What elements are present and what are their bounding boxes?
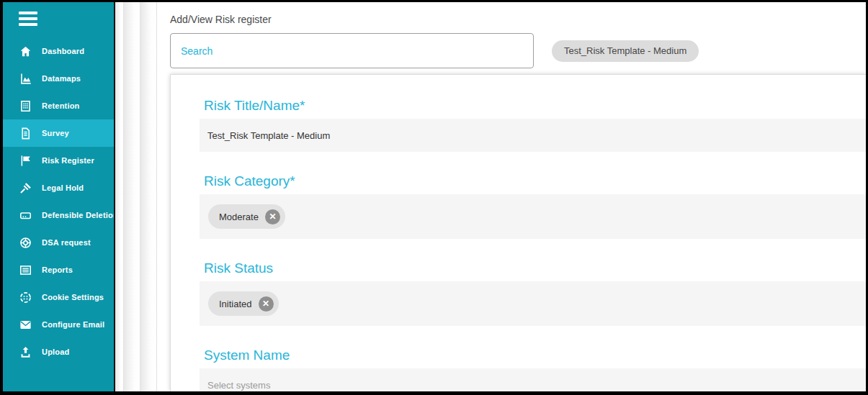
selected-template-chip[interactable]: Test_Risk Template - Medium (552, 40, 699, 62)
search-box (170, 33, 534, 68)
risk-form-card: Risk Title/Name* Test_Risk Template - Me… (170, 74, 866, 391)
field-risk-category[interactable]: Moderate ✕ (200, 194, 866, 239)
cookie-icon (19, 291, 32, 304)
sidebar-nav: Dashboard Datamaps Retention Survey Risk… (3, 37, 114, 366)
sidebar-item-label: Defensible Deletion (42, 211, 118, 219)
chip-remove-icon[interactable]: ✕ (265, 209, 280, 224)
panel-groove (115, 2, 124, 391)
sidebar-item-label: Retention (42, 101, 80, 110)
menu-toggle-icon[interactable] (3, 2, 114, 29)
form-section-risk-title-name: Risk Title/Name* Test_Risk Template - Me… (200, 98, 866, 152)
sidebar-item-legal-hold[interactable]: Legal Hold (3, 174, 114, 201)
sidebar-item-label: Configure Email (42, 320, 104, 329)
app-window: Dashboard Datamaps Retention Survey Risk… (3, 2, 866, 391)
field-label: Risk Status (204, 260, 866, 276)
sidebar-item-label: Datamaps (42, 74, 81, 83)
sidebar-item-datamaps[interactable]: Datamaps (3, 65, 114, 92)
sidebar-item-defensible-deletion[interactable]: Defensible Deletion (3, 201, 114, 229)
field-risk-title-name[interactable]: Test_Risk Template - Medium (200, 119, 866, 152)
form-section-system-name: System Name Select systems (200, 348, 866, 391)
sidebar-item-label: Legal Hold (42, 183, 84, 192)
sidebar-item-cookie-settings[interactable]: Cookie Settings (3, 283, 114, 311)
sidebar-item-dsa-request[interactable]: DSA request (3, 229, 114, 256)
envelope-icon (19, 318, 32, 332)
flag-icon (19, 154, 32, 168)
document-icon (19, 127, 32, 140)
search-input[interactable] (171, 34, 533, 68)
field-risk-status[interactable]: Initiated ✕ (200, 281, 866, 326)
form-section-risk-category: Risk Category* Moderate ✕ (200, 173, 866, 239)
chip-remove-icon[interactable]: ✕ (259, 296, 274, 312)
chip-label: Initiated (219, 299, 252, 309)
sidebar-item-label: Survey (42, 129, 69, 137)
sidebar-item-dashboard[interactable]: Dashboard (3, 37, 114, 65)
panel-groove (140, 2, 157, 391)
form-section-risk-status: Risk Status Initiated ✕ (200, 260, 866, 326)
panel-grooves (115, 2, 157, 391)
sidebar-item-reports[interactable]: Reports (3, 256, 114, 283)
sidebar-item-configure-email[interactable]: Configure Email (3, 311, 114, 338)
sidebar-item-label: Upload (42, 348, 69, 356)
field-system-name[interactable]: Select systems (200, 368, 866, 391)
reports-icon (19, 263, 32, 277)
upload-icon (19, 345, 32, 359)
sidebar-item-retention[interactable]: Retention (3, 92, 114, 119)
sidebar: Dashboard Datamaps Retention Survey Risk… (3, 2, 114, 391)
sidebar-item-survey[interactable]: Survey (3, 119, 114, 147)
building-icon (19, 99, 32, 113)
value-chip: Initiated ✕ (208, 291, 279, 316)
sidebar-item-label: Risk Register (42, 156, 94, 165)
field-label: Risk Title/Name* (204, 98, 866, 114)
field-value: Test_Risk Template - Medium (200, 130, 330, 141)
search-row: Test_Risk Template - Medium (170, 33, 866, 68)
sidebar-item-upload[interactable]: Upload (3, 338, 114, 366)
drive-icon (19, 209, 32, 222)
area-chart-icon (19, 72, 32, 86)
gavel-icon (19, 181, 32, 195)
sidebar-item-label: Reports (42, 265, 73, 274)
sidebar-item-label: Cookie Settings (42, 293, 104, 301)
main-content: Add/View Risk register Test_Risk Templat… (157, 2, 866, 391)
sidebar-item-label: DSA request (42, 238, 91, 247)
field-label: System Name (204, 348, 866, 363)
field-placeholder: Select systems (200, 380, 270, 391)
panel-groove (124, 2, 140, 391)
page-title: Add/View Risk register (170, 14, 866, 25)
life-ring-icon (19, 236, 32, 250)
value-chip: Moderate ✕ (208, 204, 285, 229)
sidebar-item-risk-register[interactable]: Risk Register (3, 147, 114, 174)
chip-label: Moderate (219, 212, 259, 222)
sidebar-item-label: Dashboard (42, 47, 84, 55)
home-icon (19, 45, 32, 58)
field-label: Risk Category* (204, 173, 866, 189)
